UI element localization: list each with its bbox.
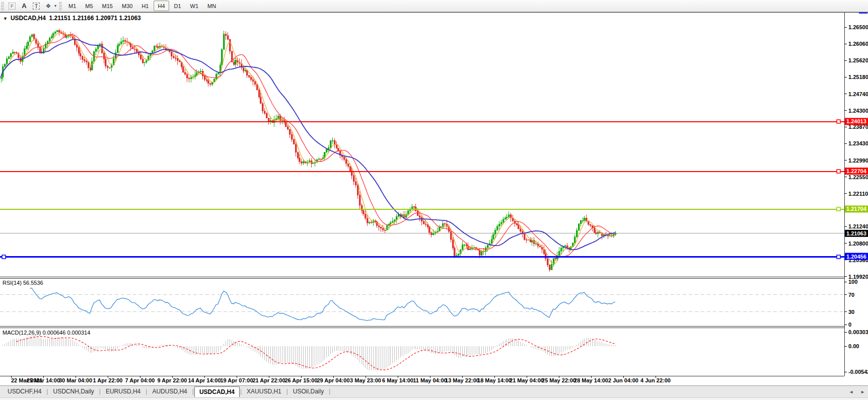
line-handle[interactable]: [837, 120, 840, 123]
svg-text:3 May 23:00: 3 May 23:00: [350, 377, 381, 383]
snap-grid-glyph: F: [9, 3, 16, 10]
svg-text:1.21063: 1.21063: [846, 230, 866, 236]
line-handle[interactable]: [2, 255, 6, 259]
svg-text:1.22110: 1.22110: [848, 191, 868, 197]
svg-text:19 Apr 07:00: 19 Apr 07:00: [220, 377, 253, 383]
timeframe-toolbar-grip[interactable]: [59, 2, 62, 10]
snap-grid-icon[interactable]: F: [7, 1, 18, 11]
svg-text:26 Apr 15:00: 26 Apr 15:00: [284, 377, 317, 383]
timeframe-m15[interactable]: M15: [98, 1, 117, 11]
line-handle[interactable]: [837, 170, 840, 173]
svg-text:1.25180: 1.25180: [848, 74, 868, 80]
tab-usdcnh-daily[interactable]: USDCNH,Daily: [48, 386, 98, 396]
svg-text:29 Apr 04:00: 29 Apr 04:00: [317, 377, 349, 383]
svg-text:7 Apr 04:00: 7 Apr 04:00: [125, 377, 155, 383]
toolbar-grip[interactable]: [1, 2, 4, 10]
svg-text:1.25620: 1.25620: [848, 57, 868, 63]
timeframe-d1[interactable]: D1: [170, 1, 185, 11]
svg-text:0: 0: [848, 322, 851, 328]
timeframe-h1[interactable]: H1: [137, 1, 153, 11]
rsi-panel: 10070300: [0, 279, 857, 328]
tab-scroll-right-icon[interactable]: ►: [860, 389, 865, 394]
text-label-icon[interactable]: A: [19, 1, 30, 11]
text-box-icon[interactable]: T: [31, 1, 42, 11]
rsi-indicator-label: RSI(14) 56.5536: [3, 280, 43, 286]
date-axis: 22 Mar 202125 Mar 14:0030 Mar 04:001 Apr…: [11, 376, 671, 383]
svg-text:21 May 04:00: 21 May 04:00: [510, 377, 544, 383]
svg-text:28 May 14:00: 28 May 14:00: [574, 377, 608, 383]
tab-xauusd-h1[interactable]: XAUUSD,H1: [242, 386, 286, 396]
svg-text:1.26500: 1.26500: [848, 24, 868, 30]
timeframe-m30[interactable]: M30: [118, 1, 136, 11]
tab-scroll-arrows: ◄ ►: [849, 389, 865, 394]
tab-usoil-daily[interactable]: USOil,Daily: [288, 386, 328, 396]
svg-text:30: 30: [848, 309, 854, 315]
svg-text:11 May 04:00: 11 May 04:00: [413, 377, 447, 383]
tab-separator: |: [192, 388, 194, 395]
svg-text:1.26060: 1.26060: [848, 41, 868, 47]
timeframe-buttons: M1M5M15M30H1H4D1W1MN: [64, 1, 221, 11]
svg-text:0.003035: 0.003035: [848, 329, 868, 335]
chart-tab-bar: USDCHF,H4|USDCNH,Daily|EURUSD,H4|AUDUSD,…: [0, 385, 868, 400]
shapes-icon[interactable]: ❖: [43, 1, 54, 11]
svg-text:1.22704: 1.22704: [846, 168, 867, 174]
macd-indicator-label: MACD(12,26,9) 0.000646 0.000314: [3, 330, 90, 336]
tab-separator: |: [46, 388, 48, 395]
tab-separator: |: [99, 388, 101, 395]
timeframe-m5[interactable]: M5: [81, 1, 97, 11]
svg-text:1.24013: 1.24013: [846, 118, 866, 124]
chart-title: ▼USDCAD,H4 1.21151 1.21166 1.20971 1.210…: [3, 15, 141, 22]
svg-text:1.23430: 1.23430: [848, 140, 868, 146]
chart-tabs: USDCHF,H4|USDCNH,Daily|EURUSD,H4|AUDUSD,…: [0, 386, 331, 397]
svg-text:6 May 14:00: 6 May 14:00: [382, 377, 413, 383]
svg-text:30 Mar 04:00: 30 Mar 04:00: [59, 377, 92, 383]
svg-text:2 Jun 04:00: 2 Jun 04:00: [608, 377, 638, 383]
horizontal-level-lines[interactable]: [0, 120, 844, 259]
macd-panel: 0.0030350.00-0.005429: [2, 329, 868, 375]
moving-averages: [1, 32, 616, 263]
svg-text:25 Mar 14:00: 25 Mar 14:00: [27, 377, 60, 383]
svg-text:14 Apr 14:00: 14 Apr 14:00: [188, 377, 221, 383]
chevron-down-icon[interactable]: ▾: [54, 4, 56, 8]
svg-text:4 Jun 22:00: 4 Jun 22:00: [640, 377, 671, 383]
svg-text:9 Apr 22:00: 9 Apr 22:00: [158, 377, 187, 383]
svg-text:1.20800: 1.20800: [848, 241, 868, 247]
symbol-dropdown-icon[interactable]: ▼: [3, 16, 8, 21]
timeframe-m1[interactable]: M1: [64, 1, 80, 11]
svg-text:25 May 22:00: 25 May 22:00: [542, 377, 576, 383]
svg-text:1.21240: 1.21240: [848, 223, 868, 229]
svg-text:70: 70: [848, 292, 854, 298]
svg-text:100: 100: [848, 279, 857, 285]
svg-text:1.24300: 1.24300: [848, 108, 868, 114]
shapes-glyph: ❖: [46, 3, 51, 10]
tab-scroll-left-icon[interactable]: ◄: [849, 389, 853, 394]
tab-audusd-h4[interactable]: AUDUSD,H4: [148, 386, 191, 396]
tab-usdcad-h4[interactable]: USDCAD,H4: [194, 386, 240, 397]
timeframe-mn[interactable]: MN: [203, 1, 220, 11]
svg-text:0.00: 0.00: [848, 343, 859, 349]
line-handle[interactable]: [837, 255, 840, 259]
svg-text:13 May 22:00: 13 May 22:00: [445, 377, 479, 383]
svg-text:1.20456: 1.20456: [846, 254, 866, 260]
svg-text:1.24740: 1.24740: [848, 91, 868, 97]
tab-separator: |: [329, 388, 330, 395]
svg-text:1.22990: 1.22990: [848, 157, 868, 164]
timeframe-w1[interactable]: W1: [186, 1, 203, 11]
svg-text:1 Apr 22:00: 1 Apr 22:00: [93, 377, 123, 383]
symbol-timeframe: USDCAD,H4: [11, 15, 46, 22]
svg-text:18 May 14:00: 18 May 14:00: [477, 377, 512, 383]
line-handle[interactable]: [837, 207, 840, 211]
timeframe-h4[interactable]: H4: [154, 1, 169, 11]
toolbar: F A T ❖ ▾ M1M5M15M30H1H4D1W1MN: [0, 0, 868, 12]
svg-text:21 Apr 22:00: 21 Apr 22:00: [252, 377, 285, 383]
svg-text:1.21704: 1.21704: [846, 206, 867, 212]
tab-separator: |: [286, 388, 288, 395]
candles: [1, 29, 616, 272]
tab-usdchf-h4[interactable]: USDCHF,H4: [3, 386, 46, 396]
tab-separator: |: [146, 388, 147, 395]
chart-canvas[interactable]: 1.265001.260601.256201.251801.247401.243…: [0, 0, 868, 385]
price-axis: 1.265001.260601.256201.251801.247401.243…: [844, 24, 868, 280]
status-strip: [0, 397, 868, 400]
tab-eurusd-h4[interactable]: EURUSD,H4: [101, 386, 145, 396]
panel-frames: [0, 12, 868, 376]
